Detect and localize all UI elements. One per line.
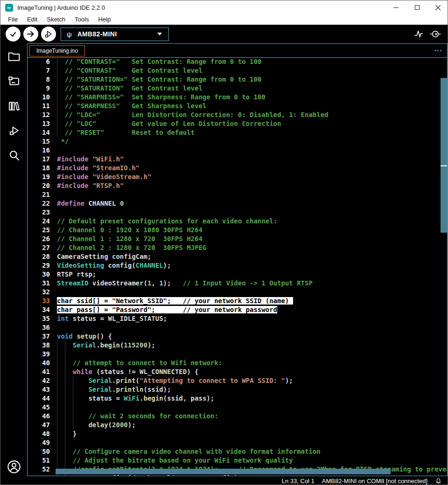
line-number[interactable]: 51 xyxy=(28,456,50,465)
code-line-12[interactable]: 12 // "LDC=" Len Distortion Correction: … xyxy=(28,111,447,119)
code-line-34[interactable]: 34char pass[] = "Password"; // your netw… xyxy=(28,305,447,314)
more-actions-icon[interactable] xyxy=(434,50,441,51)
line-number[interactable]: 32 xyxy=(28,288,50,297)
upload-button[interactable] xyxy=(23,27,38,42)
code-line-16[interactable]: 16 xyxy=(28,146,447,155)
code-line-50[interactable]: 50 // Configure camera video channel wit… xyxy=(28,447,447,456)
code-line-38[interactable]: 38 Serial.begin(115200); xyxy=(28,341,447,350)
code-line-29[interactable]: 29VideoSetting config(CHANNEL); xyxy=(28,261,447,270)
line-number[interactable]: 40 xyxy=(28,359,50,367)
menu-item-help[interactable]: Help xyxy=(93,14,115,25)
line-number[interactable]: 10 xyxy=(28,93,50,102)
code-line-8[interactable]: 8 // "SATURATION=" Set Contrast: Range f… xyxy=(28,75,447,84)
line-number[interactable]: 53 xyxy=(28,474,50,476)
line-number[interactable]: 47 xyxy=(28,421,50,430)
notifications-bell-icon[interactable] xyxy=(435,478,442,485)
board-selector-dropdown[interactable]: ψ AMB82-MINI xyxy=(61,28,169,41)
code-line-25[interactable]: 25// Channel 0 : 1920 x 1080 30FPS H264 xyxy=(28,226,447,235)
serial-plotter-icon[interactable] xyxy=(410,27,427,41)
code-line-9[interactable]: 9 // "SATURATION" Get Contrast level xyxy=(28,84,447,93)
line-number[interactable]: 34 xyxy=(28,305,50,314)
code-line-32[interactable]: 32 xyxy=(28,288,447,297)
code-line-40[interactable]: 40 // attempt to connect to Wifi network… xyxy=(28,359,447,367)
code-line-44[interactable]: 44 status = WiFi.begin(ssid, pass); xyxy=(28,394,447,403)
code-line-36[interactable]: 36 xyxy=(28,323,447,332)
code-line-14[interactable]: 14 // "RESET" Reset to default xyxy=(28,128,447,137)
line-number[interactable]: 46 xyxy=(28,412,50,421)
line-number[interactable]: 13 xyxy=(28,119,50,128)
menu-item-sketch[interactable]: Sketch xyxy=(42,14,70,25)
vertical-scrollbar[interactable] xyxy=(441,78,447,233)
line-number[interactable]: 48 xyxy=(28,430,50,438)
sketchbook-folder-icon[interactable] xyxy=(0,47,27,66)
line-number[interactable]: 22 xyxy=(28,199,50,208)
code-line-51[interactable]: 51 // Adjust the bitrate based on your W… xyxy=(28,456,447,465)
menu-item-tools[interactable]: Tools xyxy=(70,14,93,25)
code-line-15[interactable]: 15 */ xyxy=(28,137,447,146)
line-number[interactable]: 31 xyxy=(28,279,50,288)
code-line-11[interactable]: 11 // "SHARPNESS" Get Sharpness level xyxy=(28,102,447,111)
line-number[interactable]: 28 xyxy=(28,252,50,261)
code-line-28[interactable]: 28CameraSetting configCam; xyxy=(28,252,447,261)
line-number[interactable]: 36 xyxy=(28,323,50,332)
line-number[interactable]: 43 xyxy=(28,385,50,394)
code-line-20[interactable]: 20#include "RTSP.h" xyxy=(28,181,447,190)
board-connection-status[interactable]: AMB82-MINI on COM8 [not connected] xyxy=(322,478,427,485)
debug-icon[interactable] xyxy=(0,121,27,140)
line-number[interactable]: 21 xyxy=(28,190,50,199)
code-line-47[interactable]: 47 delay(2000); xyxy=(28,421,447,430)
boards-manager-icon[interactable] xyxy=(0,72,27,90)
code-line-7[interactable]: 7 // "CONTRAST" Get Contrast level xyxy=(28,66,447,75)
code-line-6[interactable]: 6 // "CONTRAST=" Set Contrast: Range fro… xyxy=(28,57,447,66)
line-number[interactable]: 44 xyxy=(28,394,50,403)
debug-button[interactable] xyxy=(41,27,56,42)
code-line-13[interactable]: 13 // "LDC" Get value of Len Distortion … xyxy=(28,119,447,128)
line-number[interactable]: 6 xyxy=(28,57,50,66)
code-line-21[interactable]: 21 xyxy=(28,190,447,199)
code-line-31[interactable]: 31StreamIO videoStreamer(1, 1); // 1 Inp… xyxy=(28,279,447,288)
line-number[interactable]: 7 xyxy=(28,66,50,75)
code-line-10[interactable]: 10 // "SHARPNESS=" Set Sharpness: Range … xyxy=(28,93,447,102)
line-number[interactable]: 18 xyxy=(28,164,50,173)
line-number[interactable]: 14 xyxy=(28,128,50,137)
line-number[interactable]: 15 xyxy=(28,137,50,146)
close-button[interactable] xyxy=(427,0,448,14)
minimize-button[interactable] xyxy=(385,0,406,14)
line-number[interactable]: 24 xyxy=(28,217,50,226)
code-line-22[interactable]: 22#define CHANNEL 0 xyxy=(28,199,447,208)
account-icon[interactable] xyxy=(0,457,27,476)
code-line-30[interactable]: 30RTSP rtsp; xyxy=(28,270,447,279)
code-line-27[interactable]: 27// Channel 2 : 1280 x 720 30FPS MJPEG xyxy=(28,243,447,252)
code-line-39[interactable]: 39 xyxy=(28,350,447,359)
line-number[interactable]: 37 xyxy=(28,332,50,341)
code-line-18[interactable]: 18#include "StreamIO.h" xyxy=(28,164,447,173)
code-line-17[interactable]: 17#include "WiFi.h" xyxy=(28,155,447,164)
menu-item-edit[interactable]: Edit xyxy=(22,14,42,25)
code-line-37[interactable]: 37void setup() { xyxy=(28,332,447,341)
code-line-33[interactable]: 33char ssid[] = "Network_SSID"; // your … xyxy=(28,297,447,305)
line-number[interactable]: 29 xyxy=(28,261,50,270)
code-line-49[interactable]: 49 xyxy=(28,438,447,447)
line-number[interactable]: 12 xyxy=(28,111,50,119)
line-number[interactable]: 49 xyxy=(28,438,50,447)
line-number[interactable]: 41 xyxy=(28,367,50,376)
line-number[interactable]: 42 xyxy=(28,376,50,385)
line-number[interactable]: 26 xyxy=(28,235,50,243)
line-number[interactable]: 30 xyxy=(28,270,50,279)
line-number[interactable]: 17 xyxy=(28,155,50,164)
line-number[interactable]: 45 xyxy=(28,403,50,412)
code-line-26[interactable]: 26// Channel 1 : 1280 x 720 30FPS H264 xyxy=(28,235,447,243)
line-number[interactable]: 52 xyxy=(28,465,50,474)
line-number[interactable]: 23 xyxy=(28,208,50,217)
menu-item-file[interactable]: File xyxy=(3,14,22,25)
code-line-48[interactable]: 48 } xyxy=(28,430,447,438)
code-line-23[interactable]: 23 xyxy=(28,208,447,217)
tab-imagetuning-ino[interactable]: ImageTuning.ino xyxy=(29,45,85,56)
line-number[interactable]: 33 xyxy=(28,297,50,305)
code-editor[interactable]: 6 // "CONTRAST=" Set Contrast: Range fro… xyxy=(28,57,447,476)
search-icon[interactable] xyxy=(0,146,27,165)
line-number[interactable]: 16 xyxy=(28,146,50,155)
line-number[interactable]: 19 xyxy=(28,173,50,181)
maximize-button[interactable] xyxy=(406,0,427,14)
line-number[interactable]: 11 xyxy=(28,102,50,111)
